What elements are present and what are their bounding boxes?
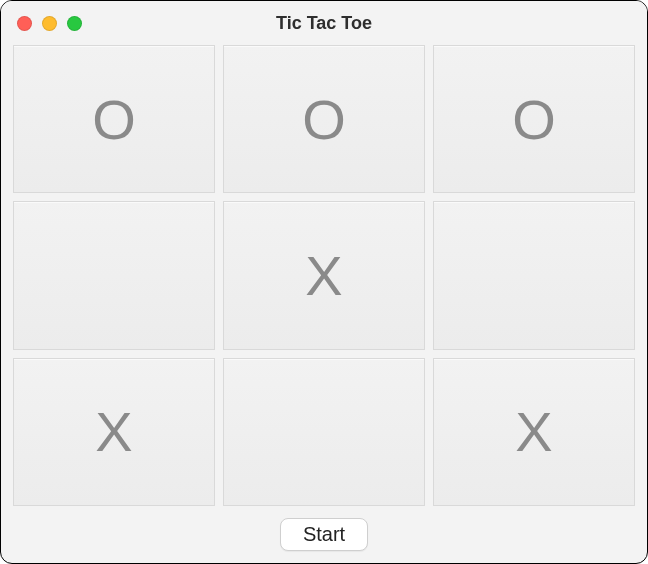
cell-0-2[interactable]: O bbox=[433, 45, 635, 193]
cell-0-0[interactable]: O bbox=[13, 45, 215, 193]
cell-1-0[interactable] bbox=[13, 201, 215, 349]
cell-0-1[interactable]: O bbox=[223, 45, 425, 193]
start-button[interactable]: Start bbox=[280, 518, 368, 551]
fullscreen-icon[interactable] bbox=[67, 16, 82, 31]
app-window: Tic Tac Toe O O O X X X Start bbox=[0, 0, 648, 564]
cell-1-2[interactable] bbox=[433, 201, 635, 349]
page-title: Tic Tac Toe bbox=[1, 13, 647, 34]
cell-2-1[interactable] bbox=[223, 358, 425, 506]
cell-2-0[interactable]: X bbox=[13, 358, 215, 506]
cell-1-1[interactable]: X bbox=[223, 201, 425, 349]
game-board: O O O X X X bbox=[13, 45, 635, 506]
titlebar: Tic Tac Toe bbox=[1, 1, 647, 45]
traffic-lights bbox=[17, 16, 82, 31]
footer: Start bbox=[13, 506, 635, 551]
minimize-icon[interactable] bbox=[42, 16, 57, 31]
cell-2-2[interactable]: X bbox=[433, 358, 635, 506]
close-icon[interactable] bbox=[17, 16, 32, 31]
content-area: O O O X X X Start bbox=[1, 45, 647, 563]
